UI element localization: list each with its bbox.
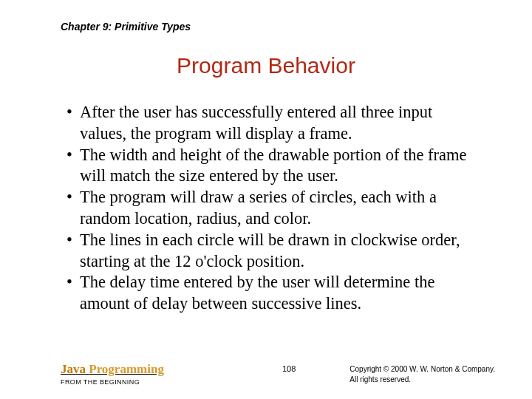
list-item: The delay time entered by the user will … <box>66 272 480 315</box>
list-item: The lines in each circle will be drawn i… <box>66 230 480 273</box>
copyright-line: All rights reserved. <box>349 375 495 385</box>
slide-title: Program Behavior <box>0 53 532 78</box>
book-subtitle: FROM THE BEGINNING <box>61 378 164 386</box>
list-item: The width and height of the drawable por… <box>66 145 480 188</box>
page-number: 108 <box>282 364 296 386</box>
footer: Java Programming FROM THE BEGINNING 108 … <box>61 363 502 386</box>
book-title-programming: Programming <box>89 362 164 376</box>
chapter-header: Chapter 9: Primitive Types <box>61 21 191 33</box>
list-item: After the user has successfully entered … <box>66 102 480 145</box>
copyright: Copyright © 2000 W. W. Norton & Company.… <box>349 364 495 384</box>
bullet-list: After the user has successfully entered … <box>66 102 480 315</box>
list-item: The program will draw a series of circle… <box>66 187 480 230</box>
copyright-line: Copyright © 2000 W. W. Norton & Company. <box>349 364 495 375</box>
book-brand: Java Programming FROM THE BEGINNING <box>61 363 164 386</box>
book-title-java: Java <box>61 362 89 376</box>
book-title: Java Programming <box>61 363 164 377</box>
